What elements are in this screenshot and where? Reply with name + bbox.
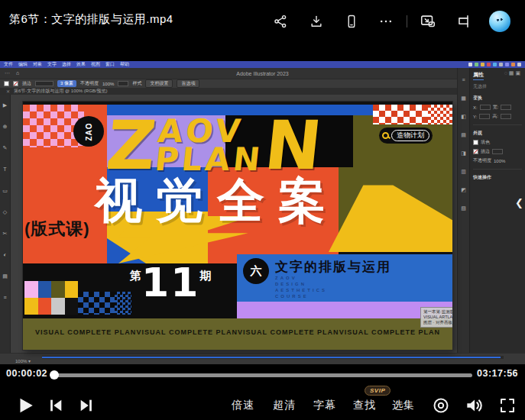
video-title: 第6节：文字的排版与运用.mp4 — [9, 12, 173, 27]
menu-effect: 效果 — [76, 61, 86, 68]
zao-logo: ZAO — [73, 116, 104, 147]
subtitles-button[interactable]: 字幕 — [313, 399, 336, 412]
menu-help: 帮助 — [120, 61, 129, 68]
brand-n: N — [262, 117, 325, 175]
menu-bar: 文件 编辑 对象 文字 选择 效果 视图 窗口 帮助 — [0, 61, 129, 68]
menu-view: 视图 — [91, 61, 100, 68]
svip-badge: SVIP — [365, 386, 391, 396]
no-selection-label: 无选择 — [473, 83, 522, 90]
w-label: 宽: — [493, 104, 499, 111]
issue-value: 11 — [141, 265, 199, 300]
appearance-section: 外观 — [473, 130, 522, 137]
menu-window: 窗口 — [105, 61, 115, 68]
poster-headline: 视觉全案 — [95, 169, 339, 233]
six-badge: 六 — [243, 258, 269, 284]
tray-icons — [468, 63, 525, 66]
home-icon: ⌂ — [16, 70, 19, 76]
progress-knob[interactable] — [50, 370, 59, 380]
phone-icon[interactable] — [343, 13, 360, 30]
canvas-annotation: 第一本第·监测获取 VISUAL ARTLAB 图层 · 对齐画板 — [420, 307, 452, 328]
properties-panel: 属性 无选择 变换 X:宽: Y:高: 外观 填色 描边 不透明度100% 快速… — [469, 68, 525, 353]
course-tag: (版式课) — [24, 218, 90, 241]
poster-artboard: ZAO Z AOV PLAN N ▼ 造物计划 视觉全案 (版式课) — [23, 102, 452, 350]
menu-file: 文件 — [4, 61, 13, 68]
more-dots-icon: ⋯ — [5, 70, 10, 76]
quick-actions-section: 快速操作 — [473, 174, 522, 181]
topic-title: 文字的排版与运用 — [275, 258, 391, 276]
tools-panel: ▶ ⊕ ✎ T ▭ ◇ ✂ ◐ ▤ ≡ — [0, 95, 11, 353]
footer-text: VISUAL COMPLETE PLAN — [339, 328, 440, 336]
stroke-label: 描边 — [22, 80, 31, 87]
search-icon — [382, 132, 389, 139]
more-icon[interactable] — [378, 13, 394, 30]
video-embedded-progress — [42, 357, 501, 358]
blue-checkerboard-fine — [115, 292, 131, 315]
panel-stroke-label: 描边 — [481, 148, 490, 155]
poster-footer: VISUAL COMPLETE PLAN VISUAL COMPLETE PLA… — [23, 318, 452, 350]
issue-prefix: 第 — [130, 265, 141, 300]
properties-tab: 属性 — [473, 71, 484, 80]
fill-swatch — [4, 81, 9, 86]
play-button[interactable] — [15, 395, 35, 416]
menu-select: 选择 — [62, 61, 71, 68]
red-checkerboard-fine — [428, 105, 452, 124]
issue-suffix: 期 — [199, 265, 211, 300]
y-label: Y: — [473, 115, 477, 119]
titlebar-right-icons: ◌ ▦ ▣ — [504, 70, 525, 76]
search-in-video-button[interactable]: 查找 — [353, 399, 376, 412]
progress-bar[interactable] — [50, 373, 472, 377]
pip-icon[interactable] — [420, 13, 436, 30]
search-tag-label: 造物计划 — [391, 130, 429, 141]
quality-button[interactable]: 超清 — [273, 399, 296, 412]
panel-collapse-icon: ❮ — [515, 197, 523, 208]
stroke-swatch — [13, 81, 18, 86]
menu-object: 对象 — [33, 61, 42, 68]
menu-type: 文字 — [47, 61, 57, 68]
h-label: 高: — [492, 113, 498, 120]
stroke-field — [35, 81, 53, 86]
brand-z: Z — [104, 117, 159, 175]
record-icon[interactable] — [432, 396, 450, 415]
player-top-toolbar — [267, 10, 520, 33]
opacity-label: 不透明度 — [80, 80, 99, 87]
document-setup-button: 文档设置 — [145, 79, 173, 88]
mini-window-icon[interactable] — [455, 13, 472, 30]
speed-button[interactable]: 倍速 — [232, 399, 254, 412]
avatar[interactable] — [489, 11, 510, 32]
footer-text: VISUAL COMPLETE PLAN — [238, 328, 339, 336]
close-icon: ✕ — [6, 89, 10, 94]
brand-wordmark: Z AOV PLAN N — [104, 117, 325, 175]
fill-label: 填色 — [481, 139, 490, 146]
previous-button[interactable] — [47, 397, 64, 414]
style-label: 样式 — [132, 80, 141, 87]
x-label: X: — [473, 105, 478, 110]
panel-icon-strip: ≡ ▦ ◧ ▤ ◨ ▥ ◩ ▧ — [457, 68, 469, 353]
issue-number: 第 11 期 — [130, 265, 211, 300]
color-swatch-grid — [24, 281, 78, 315]
footer-text: VISUAL COMPLETE PLAN — [137, 328, 238, 336]
search-tag-pill: 造物计划 — [379, 128, 433, 144]
options-bar: 描边 3 像素 不透明度 100% 样式 文档设置 首选项 — [0, 79, 525, 88]
windows-taskbar: 文件 编辑 对象 文字 选择 效果 视图 窗口 帮助 — [0, 61, 525, 68]
footer-text: VISUAL COMPLETE PLAN — [35, 328, 136, 336]
next-button[interactable] — [78, 397, 95, 414]
stroke-weight: 3 像素 — [57, 80, 76, 87]
panel-opacity-value: 100% — [494, 159, 505, 163]
opacity-value: 100% — [102, 82, 114, 86]
zoom-level: 100% ▾ — [15, 358, 31, 363]
panel-stroke-swatch — [473, 149, 478, 154]
share-icon[interactable] — [272, 13, 289, 30]
panel-fill-swatch — [473, 140, 478, 145]
panel-opacity-label: 不透明度 — [473, 157, 491, 164]
fullscreen-icon[interactable] — [498, 396, 517, 415]
document-tab: 第6节-文字的排版与运用 @ 100% (RGB/预览) — [14, 88, 107, 95]
toolbar-divider — [407, 15, 407, 27]
app-title-bar: Adobe Illustrator 2023 ⋯ ⌂ ◌ ▦ ▣ — [0, 68, 525, 79]
transform-section: 变换 — [473, 95, 522, 102]
volume-icon[interactable] — [464, 396, 484, 415]
download-icon[interactable] — [308, 13, 325, 30]
poster-bottom-blue: 六 文字的排版与运用 ZAOV DESIGN AESTHETICS COURSE — [237, 254, 452, 302]
video-player: 第6节：文字的排版与运用.mp4 文件 编辑 对象 文字 选择 效果 — [0, 0, 525, 420]
episodes-button[interactable]: 选集 — [392, 399, 415, 412]
brand-arrow-icon: ▼ — [246, 120, 254, 128]
